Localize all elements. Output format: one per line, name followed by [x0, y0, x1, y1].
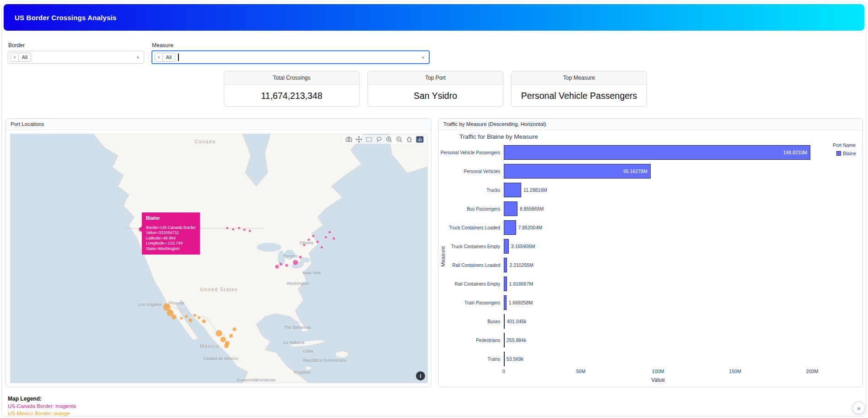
port-dot[interactable] [229, 334, 233, 338]
category-label: Personal Vehicle Passengers [437, 145, 502, 160]
bar-value-label: 1.669258M [509, 300, 533, 305]
border-filter-select[interactable]: × All ▾ [8, 51, 144, 64]
bar[interactable] [504, 258, 507, 272]
chevron-down-icon[interactable]: ▾ [137, 55, 139, 60]
app-title: US Border Crossings Analysis [15, 14, 117, 22]
camera-icon[interactable] [345, 136, 352, 143]
port-dot[interactable] [325, 236, 327, 239]
port-dot[interactable] [285, 264, 288, 267]
bar-row: 401.045k [504, 314, 827, 329]
x-tick-label: 150M [729, 369, 741, 374]
port-dot[interactable] [172, 315, 176, 320]
tooltip-line: Latitude=48.994 [146, 236, 196, 241]
map-legend-title: Map Legend: [8, 396, 42, 402]
map-place-label: República Dominicana [303, 358, 347, 363]
bar[interactable] [504, 201, 518, 216]
border-filter-chip: × All [11, 53, 31, 62]
port-dot[interactable] [189, 319, 192, 322]
box-select-icon[interactable] [366, 136, 372, 143]
bar[interactable] [504, 333, 505, 347]
bar-value-label: 53.569k [507, 356, 523, 362]
chip-value: All [19, 54, 31, 61]
port-dot[interactable] [312, 235, 314, 237]
bar[interactable]: 95.16278M [504, 164, 651, 179]
collapse-button[interactable]: « [852, 402, 865, 414]
port-dot[interactable] [321, 246, 323, 249]
plotly-logo[interactable] [416, 136, 424, 143]
map-canvas[interactable]: CanadaOttawaTorontoNew YorkWashingtonUni… [10, 134, 428, 383]
chevron-down-icon[interactable]: ▾ [422, 55, 424, 60]
chart-category-axis: Personal Vehicle PassengersPersonal Vehi… [437, 145, 502, 372]
kpi-card-top-port: Top Port San Ysidro [367, 71, 503, 107]
port-dot[interactable] [216, 330, 222, 337]
port-dot[interactable] [232, 228, 234, 230]
bar-row: 8.855865M [504, 201, 827, 216]
chip-remove-button[interactable]: × [11, 54, 19, 61]
port-dot[interactable] [202, 320, 206, 323]
port-dot[interactable] [194, 314, 196, 317]
port-dot[interactable] [221, 337, 226, 342]
zoom-in-icon[interactable] [386, 136, 393, 143]
port-dot[interactable] [333, 237, 335, 239]
port-dot[interactable] [275, 265, 279, 269]
map-attribution-button[interactable]: i [416, 371, 425, 380]
port-dot[interactable] [329, 231, 331, 233]
category-label: Bus Passengers [437, 201, 502, 216]
panel-title: Port Locations [6, 119, 431, 130]
port-dot[interactable] [198, 316, 200, 319]
tooltip-title: Blaine [146, 216, 196, 221]
port-dot[interactable] [185, 315, 188, 318]
port-dot[interactable] [238, 227, 240, 229]
panel-title: Traffic by Measure (Descending, Horizont… [439, 119, 863, 130]
map-place-label: Kingston [294, 369, 311, 375]
port-dot[interactable] [243, 228, 246, 231]
x-axis-title: Value [504, 377, 812, 383]
category-label: Rail Containers Loaded [437, 258, 502, 272]
legend-title: Port Name [833, 142, 867, 148]
port-dot[interactable] [232, 327, 236, 331]
border-filter-label: Border [8, 42, 25, 49]
legend-item[interactable]: Blaine [833, 151, 867, 156]
port-dot[interactable] [280, 263, 282, 266]
port-dot[interactable] [299, 256, 302, 259]
category-label: Rail Containers Empty [437, 277, 502, 291]
port-dot[interactable] [226, 227, 228, 229]
bar[interactable] [504, 220, 516, 235]
chart-title: Traffic for Blaine by Measure [459, 133, 538, 140]
legend-swatch [836, 151, 841, 156]
bar[interactable] [504, 295, 507, 310]
bar-row: 255.884k [504, 333, 827, 347]
map-place-label: The Bahamas [284, 325, 311, 330]
bar[interactable]: 198.8233M [504, 145, 810, 160]
bar-value-label: 2.210255M [509, 262, 534, 268]
bar-value-label: 7.852004M [518, 225, 543, 230]
map-place-label: Honduras [257, 377, 275, 382]
port-dot[interactable] [293, 260, 298, 265]
bar-row: 2.210255M [504, 258, 827, 272]
bar[interactable] [504, 352, 505, 366]
measure-filter-select[interactable]: × All ▾ [151, 50, 430, 64]
chip-remove-button[interactable]: × [155, 54, 163, 61]
port-dot[interactable] [180, 317, 183, 320]
kpi-label: Top Port [368, 71, 503, 85]
pan-icon[interactable] [356, 136, 362, 143]
bar-value-label: 1.916657M [509, 281, 534, 287]
map-place-label: Guatemala [237, 377, 258, 382]
y-axis-title: Measure [440, 246, 446, 267]
measure-filter-label: Measure [152, 42, 173, 49]
category-label: Trucks [437, 183, 502, 197]
zoom-out-icon[interactable] [396, 136, 403, 143]
port-dot[interactable] [249, 230, 251, 232]
bar[interactable] [504, 239, 509, 254]
bar[interactable] [504, 314, 505, 329]
home-icon[interactable] [406, 136, 413, 143]
bar[interactable] [504, 277, 507, 291]
port-dot[interactable] [167, 309, 173, 316]
bar[interactable] [504, 183, 521, 197]
lasso-icon[interactable] [376, 136, 383, 143]
bar-value-label: 401.045k [507, 319, 526, 324]
tooltip-line: Longitude=-122.749 [146, 241, 196, 246]
x-tick-label: 0 [502, 369, 505, 374]
port-dot[interactable] [224, 343, 229, 348]
port-dot[interactable] [317, 241, 319, 243]
